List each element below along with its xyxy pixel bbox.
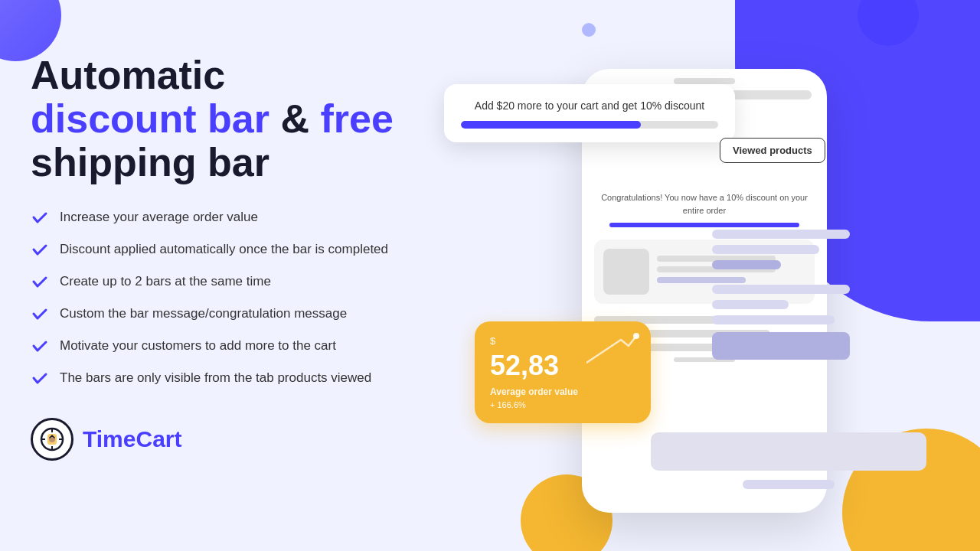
feature-text-2: Discount applied automatically once the … <box>60 242 388 257</box>
feature-item-4: Custom the bar message/congratulation me… <box>31 305 475 323</box>
right-skel-4 <box>712 285 850 294</box>
right-skel-2 <box>712 245 819 254</box>
bg-decor-circle-topleft <box>0 0 61 61</box>
progress-bar-fill <box>461 121 641 129</box>
feature-item-3: Create up to 2 bars at the same time <box>31 272 475 291</box>
check-icon-6 <box>31 369 49 387</box>
congrats-progress-bar <box>609 223 799 227</box>
right-skel-btn <box>712 332 850 360</box>
bg-decor-dot-midtop <box>582 23 596 37</box>
logo: TimeCart <box>31 418 475 461</box>
feature-text-3: Create up to 2 bars at the same time <box>60 274 271 289</box>
bottom-skel-bar <box>651 432 926 471</box>
bottom-area-skeletons <box>651 432 926 489</box>
bottom-skel-line <box>743 480 835 489</box>
feature-item-5: Motivate your customers to add more to t… <box>31 337 475 355</box>
feature-text-4: Custom the bar message/congratulation me… <box>60 306 347 321</box>
feature-item-6: The bars are only visible from the tab p… <box>31 369 475 387</box>
logo-text-part1: Time <box>83 426 136 452</box>
right-skel-5 <box>712 300 789 309</box>
feature-item-2: Discount applied automatically once the … <box>31 240 475 259</box>
logo-text-part2: Cart <box>136 426 181 452</box>
discount-card-message: Add $20 more to your cart and get 10% di… <box>461 99 718 112</box>
discount-card: Add $20 more to your cart and get 10% di… <box>444 84 735 142</box>
title-line3: shipping bar <box>31 140 270 184</box>
svg-point-7 <box>633 333 639 339</box>
feature-text-5: Motivate your customers to add more to t… <box>60 338 336 354</box>
title-free: free <box>320 96 393 141</box>
feature-item-1: Increase your average order value <box>31 208 475 227</box>
stats-chart <box>586 332 640 370</box>
right-skel-1 <box>712 230 850 239</box>
skeleton-product-image <box>603 249 649 295</box>
progress-bar-container <box>461 121 718 129</box>
check-icon-4 <box>31 305 49 323</box>
right-skeleton-items <box>712 230 850 360</box>
phone-notch <box>674 78 735 84</box>
right-mockup-area: Add $20 more to your cart and get 10% di… <box>429 46 949 520</box>
stats-label: Average order value <box>490 386 635 397</box>
congrats-text: Congratulations! You now have a 10% disc… <box>594 191 815 217</box>
features-list: Increase your average order value Discou… <box>31 208 475 387</box>
title-connector: & <box>280 96 320 141</box>
logo-icon <box>31 418 74 461</box>
title-discount-bar: discount bar <box>31 96 270 141</box>
check-icon-1 <box>31 208 49 227</box>
viewed-products-button[interactable]: Viewed products <box>720 138 825 163</box>
viewed-products-label: Viewed products <box>733 145 812 156</box>
stats-change: + 166.6% <box>490 400 635 409</box>
congrats-section: Congratulations! You now have a 10% disc… <box>582 191 827 227</box>
feature-text-1: Increase your average order value <box>60 210 258 225</box>
stats-card: $ 52,83 Average order value + 166.6% <box>475 321 651 423</box>
left-content-panel: Automatic discount bar & free shipping b… <box>31 54 475 461</box>
check-icon-2 <box>31 240 49 259</box>
check-icon-5 <box>31 337 49 355</box>
right-skel-3 <box>712 260 781 269</box>
title-line1: Automatic <box>31 53 225 97</box>
right-skel-6 <box>712 315 835 324</box>
feature-text-6: The bars are only visible from the tab p… <box>60 370 371 386</box>
page-title: Automatic discount bar & free shipping b… <box>31 54 475 185</box>
check-icon-3 <box>31 272 49 291</box>
logo-text: TimeCart <box>83 426 182 452</box>
